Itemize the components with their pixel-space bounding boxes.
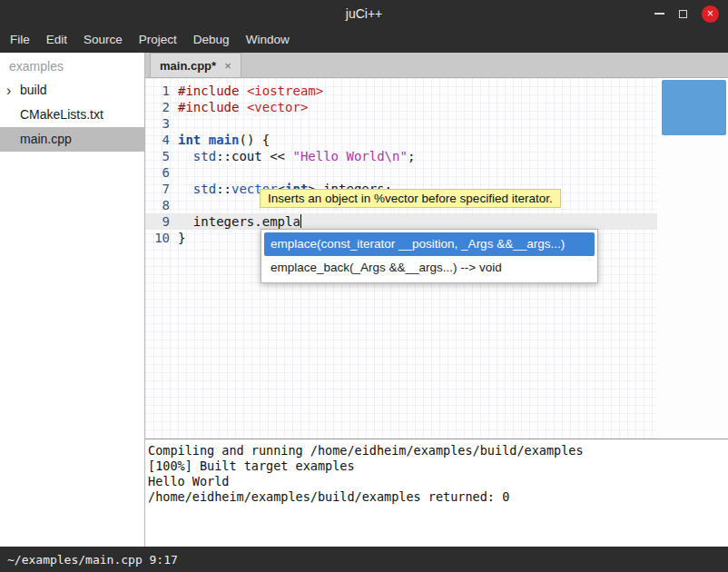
code-area: 1#include <iostream>2#include <vector>34… — [145, 78, 657, 246]
tab-bar: main.cpp* × — [145, 53, 728, 78]
chevron-right-icon[interactable]: › — [6, 78, 11, 103]
menu-bar: FileEditSourceProjectDebugWindow — [0, 27, 728, 53]
sidebar-item-cmakelists-txt[interactable]: CMakeLists.txt — [0, 103, 144, 127]
token — [178, 182, 193, 196]
token: #include — [178, 100, 239, 114]
terminal-line: /home/eidheim/examples/build/examples re… — [148, 489, 725, 505]
token: ; — [408, 149, 415, 163]
scrollbar-track[interactable] — [657, 78, 728, 439]
line-number: 7 — [145, 181, 178, 197]
code-text: #include <iostream> — [178, 83, 323, 99]
line-number: 8 — [145, 197, 178, 213]
token: ::cout << — [216, 149, 292, 163]
text-cursor — [300, 214, 301, 228]
sidebar: examples ›buildCMakeLists.txtmain.cpp — [0, 53, 145, 547]
minimize-icon[interactable] — [654, 13, 664, 15]
file-label: CMakeLists.txt — [20, 107, 103, 122]
code-line-4[interactable]: 4int main() { — [145, 132, 657, 148]
token — [239, 100, 246, 114]
code-text: std::cout << "Hello World\n"; — [178, 148, 415, 164]
code-text: integers.empla — [178, 213, 301, 230]
line-number: 9 — [145, 213, 178, 230]
menu-item-window[interactable]: Window — [238, 27, 298, 53]
menu-item-source[interactable]: Source — [75, 27, 131, 53]
tab-close-icon[interactable]: × — [224, 59, 231, 73]
token: #include — [178, 84, 239, 98]
file-label: main.cpp — [20, 132, 72, 146]
project-name: examples — [0, 53, 144, 78]
code-text: } — [178, 230, 185, 246]
status-file-position: ~/examples/main.cpp 9:17 — [7, 553, 178, 567]
token — [201, 133, 208, 147]
sidebar-item-main-cpp[interactable]: main.cpp — [0, 127, 144, 152]
window-title: juCi++ — [346, 6, 382, 21]
line-number: 10 — [145, 230, 178, 246]
menu-item-debug[interactable]: Debug — [185, 27, 238, 53]
line-number: 1 — [145, 83, 178, 99]
code-line-6[interactable]: 6 — [145, 164, 657, 181]
token: int — [178, 133, 201, 147]
completion-popup: emplace(const_iterator __position, _Args… — [261, 229, 598, 283]
menu-item-project[interactable]: Project — [131, 27, 185, 53]
code-text: int main() { — [178, 132, 270, 148]
terminal-line: Compiling and running /home/eidheim/exam… — [148, 443, 725, 459]
completion-item[interactable]: emplace(const_iterator __position, _Args… — [264, 232, 595, 256]
code-editor[interactable]: 1#include <iostream>2#include <vector>34… — [145, 78, 728, 439]
terminal-output: Compiling and running /home/eidheim/exam… — [148, 443, 725, 505]
code-line-3[interactable]: 3 — [145, 115, 657, 132]
line-number: 4 — [145, 132, 178, 148]
token: () { — [239, 133, 270, 147]
token — [178, 149, 193, 163]
file-tree: ›buildCMakeLists.txtmain.cpp — [0, 78, 144, 152]
terminal-panel[interactable]: Compiling and running /home/eidheim/exam… — [145, 439, 728, 547]
token: std — [193, 149, 216, 163]
terminal-line: [100%] Built target examples — [148, 459, 725, 474]
line-number: 5 — [145, 148, 178, 164]
terminal-line: Hello World — [148, 474, 725, 489]
code-line-1[interactable]: 1#include <iostream> — [145, 83, 657, 99]
token: } — [178, 231, 185, 245]
close-glyph: × — [707, 8, 713, 19]
scrollbar-thumb[interactable] — [662, 80, 726, 135]
token: std — [193, 182, 216, 196]
token: main — [209, 133, 240, 147]
code-text: #include <vector> — [178, 99, 308, 115]
title-bar: juCi++ × — [0, 0, 728, 27]
token: <iostream> — [247, 84, 323, 98]
menu-item-edit[interactable]: Edit — [38, 27, 75, 53]
app-window: juCi++ × FileEditSourceProjectDebugWindo… — [0, 0, 728, 572]
code-line-2[interactable]: 2#include <vector> — [145, 99, 657, 115]
token: <vector> — [247, 100, 308, 114]
tab-label: main.cpp* — [160, 59, 216, 73]
token: integers.empla — [178, 214, 300, 229]
restore-icon[interactable] — [679, 10, 687, 18]
code-line-5[interactable]: 5 std::cout << "Hello World\n"; — [145, 148, 657, 164]
line-number: 3 — [145, 115, 178, 132]
token: "Hello World\n" — [292, 149, 407, 163]
tab-main-cpp[interactable]: main.cpp* × — [150, 53, 241, 77]
editor-column: main.cpp* × 1#include <iostream>2#includ… — [145, 53, 728, 547]
completion-item[interactable]: emplace_back(_Args &&__args...) --> void — [264, 256, 595, 280]
token — [239, 84, 246, 98]
line-number: 2 — [145, 99, 178, 115]
close-icon[interactable]: × — [702, 5, 719, 23]
hover-tooltip: Inserts an object in %vector before spec… — [260, 189, 561, 208]
line-number: 6 — [145, 164, 178, 181]
main-area: examples ›buildCMakeLists.txtmain.cpp ma… — [0, 53, 728, 547]
menu-item-file[interactable]: File — [2, 27, 38, 53]
file-label: build — [20, 83, 47, 97]
window-controls: × — [654, 0, 719, 27]
token: :: — [216, 182, 231, 196]
status-bar: ~/examples/main.cpp 9:17 — [0, 547, 728, 572]
sidebar-item-build[interactable]: ›build — [0, 78, 144, 103]
code-line-9[interactable]: 9 integers.empla — [145, 213, 657, 230]
